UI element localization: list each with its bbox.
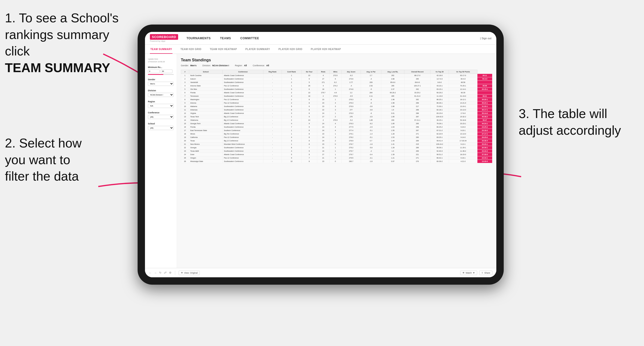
divider (175, 271, 175, 275)
logo: SCOREBOARD (150, 34, 178, 40)
table-row: 7TennesseeSoutheastern Conference-418227… (181, 94, 492, 98)
tablet-screen: SCOREBOARD Powered by clippi TOURNAMENTS… (145, 32, 496, 277)
share-button[interactable]: ⇧ Share (479, 271, 492, 275)
table-body: 1North CarolinaAtlantic Coast Conference… (181, 74, 492, 163)
filter-min-input[interactable] (148, 69, 160, 73)
sidebar: Update time: 27/03/2024 16:56:26 Minimum… (145, 54, 177, 268)
table-row: 26Mississippi StateSoutheastern Conferen… (181, 160, 492, 163)
col-avg-low: Avg. Low Ra. (381, 70, 404, 74)
table-row: 3VanderbiltSoutheastern Conference-25271… (181, 81, 492, 84)
table-row: 17East Tennessee StateSouthern Conferenc… (181, 129, 492, 132)
col-reg-rank: Reg Rank (264, 70, 282, 74)
bottom-bar: ← → ↻ ☍ ⚙ 👁 View: Original 👁 Watch ▼ ⇧ S… (145, 268, 496, 277)
watch-icon: 👁 (462, 272, 465, 274)
filter-region: Region N/A (148, 100, 174, 108)
back-icon[interactable]: ← (149, 271, 152, 274)
main-content: Update time: 27/03/2024 16:56:26 Minimum… (145, 54, 496, 268)
table-row: 16FloridaSoutheastern Conference-7924427… (181, 125, 492, 129)
tablet: SCOREBOARD Powered by clippi TOURNAMENTS… (138, 24, 504, 285)
filter-max-input[interactable] (161, 69, 172, 73)
subnav-player-summary[interactable]: PLAYER SUMMARY (245, 45, 270, 54)
table-row: 9ArizonaPac-12 Conference-28234276.3-61.… (181, 101, 492, 105)
annotation-3: 3. The table will adjust accordingly (519, 106, 637, 139)
filter-conference: Conference (All) (148, 111, 174, 119)
table-row: 22GeorgiaSoutheastern Conference-8721127… (181, 146, 492, 150)
view-icon: 👁 (181, 272, 183, 274)
table-row: 8WashingtonPac-12 Conference-28231276.3-… (181, 98, 492, 101)
table-row: 14OklahomaBig 12 Conference-2242276.9-5.… (181, 119, 492, 122)
filter-division: Division NCAA Division I (148, 89, 174, 97)
col-rank: # (181, 70, 189, 74)
filter-gender-label: Gender (148, 78, 174, 81)
standings-table: # School Conference Reg Rank Conf Rank N… (181, 70, 492, 163)
refresh-icon[interactable]: ↻ (159, 271, 162, 274)
table-row: 2AuburnSoutheastern Conference-19276273.… (181, 77, 492, 81)
col-school: School (189, 70, 222, 74)
nav-teams[interactable]: TEAMS (219, 36, 232, 40)
filter-school: School (All) (148, 123, 174, 130)
annotation-2: 2. Select how you want to filter the dat… (5, 135, 108, 185)
filter-minimum-controls (148, 69, 174, 73)
filter-region-select[interactable]: N/A (148, 104, 174, 108)
col-conf-rank: Conf Rank (282, 70, 302, 74)
filter-gender: Gender Men's (148, 78, 174, 86)
view-original-button[interactable]: 👁 View: Original (179, 271, 200, 275)
update-time: Update time: 27/03/2024 16:56:26 (148, 58, 174, 63)
subnav-player-h2h-heatmap[interactable]: PLAYER H2H HEATMAP (310, 45, 342, 54)
filter-gender-select[interactable]: Men's (148, 82, 174, 86)
table-row: 20TexasBig 12 Conference-38242278.90.71.… (181, 139, 492, 143)
watch-dropdown-icon: ▼ (473, 272, 475, 274)
filter-conference-select[interactable]: (All) (148, 115, 174, 119)
table-row: 25OregonPac-12 Conference-97210279.5-3.1… (181, 156, 492, 160)
table-row: 12VirginiaAtlantic Coast Conference-3824… (181, 112, 492, 115)
table-header-row: # School Conference Reg Rank Conf Rank N… (181, 70, 492, 74)
col-wins: Wins (329, 70, 341, 74)
table-filter-bar: Gender: Men's Division: NCAA Division I … (181, 64, 492, 67)
col-vs-top50: Vs Top 50 Points (449, 70, 478, 74)
subnav-player-h2h-grid[interactable]: PLAYER H2H GRID (278, 45, 303, 54)
subnav: TEAM SUMMARY TEAM H2H GRID TEAM H2H HEAT… (145, 45, 496, 54)
forward-icon[interactable]: → (154, 271, 157, 274)
subnav-team-h2h-grid[interactable]: TEAM H2H GRID (180, 45, 202, 54)
col-adj-score: Adj. Score (342, 70, 361, 74)
slider-fill (148, 74, 164, 75)
subnav-team-summary[interactable]: TEAM SUMMARY (150, 45, 172, 54)
table-row: 10AlabamaSoutheastern Conference-5623327… (181, 105, 492, 108)
filter-conference-label: Conference (148, 111, 174, 114)
table-row: 11ArkansasSoutheastern Conference-882232… (181, 108, 492, 112)
settings-icon[interactable]: ⚙ (169, 271, 172, 274)
col-no-tour: No Tour (301, 70, 317, 74)
nav-tournaments[interactable]: TOURNAMENTS (186, 36, 212, 40)
table-area: Team Standings Gender: Men's Division: N… (177, 54, 496, 268)
filter-division-select[interactable]: NCAA Division I (148, 93, 174, 97)
table-row: 18IllinoisBig Ten Conference-18231279.1-… (181, 132, 492, 136)
bookmark-icon[interactable]: ☍ (164, 271, 166, 274)
table-row: 13Texas TechBig 12 Conference-19272276-3… (181, 115, 492, 119)
sign-out-link[interactable]: | Sign out (480, 37, 492, 40)
table-row: 4Arizona StatePac-12 Conference-1264274.… (181, 84, 492, 88)
navbar: SCOREBOARD Powered by clippi TOURNAMENTS… (145, 32, 496, 45)
col-rnds: Rnds (317, 70, 329, 74)
watch-button[interactable]: 👁 Watch ▼ (460, 271, 477, 275)
nav-links: TOURNAMENTS TEAMS COMMITTEE (186, 36, 480, 40)
logo-area: SCOREBOARD Powered by clippi (150, 34, 178, 42)
filter-conference-display: Conference: All (252, 64, 269, 67)
col-vs-top25: Vs Top 25 (430, 70, 449, 74)
filter-region-label: Region (148, 100, 174, 103)
filter-gender-display: Gender: Men's (181, 64, 196, 67)
table-row: 15Georgia TechAtlantic Coast Conference-… (181, 122, 492, 125)
table-row: 6FloridaAtlantic Coast Conference-210279… (181, 91, 492, 94)
table-row: 24DukeAtlantic Coast Conference-59271279… (181, 153, 492, 156)
filter-minimum-label: Minimum Ro... (148, 66, 174, 68)
filter-region-display: Region: All (235, 64, 247, 67)
table-row: 21New MexicoMountain West Conference-182… (181, 143, 492, 146)
subnav-team-h2h-heatmap[interactable]: TEAM H2H HEATMAP (209, 45, 238, 54)
col-avg-par: Avg. to Par (361, 70, 381, 74)
table-row: 1North CarolinaAtlantic Coast Conference… (181, 74, 492, 77)
filter-slider[interactable] (148, 74, 174, 75)
logo-subtitle: Powered by clippi (150, 40, 178, 42)
table-row: 5Ole MissSoutheastern Conference-3618127… (181, 88, 492, 91)
table-title: Team Standings (181, 58, 492, 62)
nav-committee[interactable]: COMMITTEE (239, 36, 260, 40)
filter-school-select[interactable]: (All) (148, 126, 174, 130)
